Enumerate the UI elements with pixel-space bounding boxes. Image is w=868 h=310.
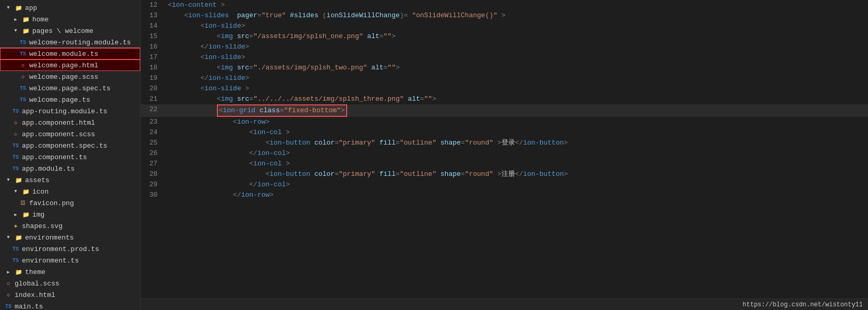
- sidebar-item-welcome-routing[interactable]: TS welcome-routing.module.ts: [0, 37, 140, 48]
- table-row: 28 <ion-button color="primary" fill="out…: [141, 169, 868, 180]
- line-number: 24: [141, 127, 166, 138]
- sidebar-item-app-component-ts[interactable]: TS app.component.ts: [0, 151, 140, 163]
- table-row: 30 </ion-row>: [141, 190, 868, 200]
- ts-file-icon: TS: [19, 96, 27, 104]
- sidebar-item-shapes[interactable]: ◈ shapes.svg: [0, 220, 140, 232]
- sidebar-label-welcome-page-scss: welcome.page.scss: [29, 73, 99, 81]
- sidebar-item-welcome-module[interactable]: TS welcome.module.ts: [0, 48, 140, 59]
- status-bar: https://blog.csdn.net/wistonty11: [141, 299, 868, 310]
- sidebar-item-environments[interactable]: 📁 environments: [0, 232, 140, 243]
- line-code: <ion-slide >: [166, 84, 868, 94]
- sidebar-label-environments: environments: [25, 234, 74, 242]
- chevron-right-icon: [11, 15, 20, 23]
- sidebar-label-app: app: [25, 4, 37, 12]
- sidebar-item-img[interactable]: 📁 img: [0, 209, 140, 220]
- folder-icon: 📁: [22, 27, 30, 35]
- sidebar-label-index-html: index.html: [15, 291, 55, 299]
- sidebar-label-env-ts: environment.ts: [22, 257, 79, 265]
- sidebar-item-app-component-html[interactable]: ◇ app.component.html: [0, 117, 140, 128]
- sidebar-item-index-html[interactable]: ◇ index.html: [0, 289, 140, 301]
- line-number: 15: [141, 31, 166, 42]
- line-code: </ion-slide>: [166, 42, 868, 52]
- table-row: 16 </ion-slide>: [141, 42, 868, 52]
- table-row: 17 <ion-slide>: [141, 52, 868, 63]
- sidebar-item-app-component-scss[interactable]: ◇ app.component.scss: [0, 128, 140, 140]
- sidebar-label-app-component-html: app.component.html: [22, 119, 95, 127]
- sidebar-item-env-ts[interactable]: TS environment.ts: [0, 255, 140, 266]
- sidebar-label-img: img: [32, 211, 44, 219]
- line-code: <ion-grid class="fixed-bottom">: [166, 104, 868, 117]
- table-row: 18 <img src="./assets/img/splsh_two.png"…: [141, 63, 868, 73]
- sidebar-item-welcome-page-scss[interactable]: ◇ welcome.page.scss: [0, 71, 140, 82]
- sidebar-label-app-routing: app-routing.module.ts: [22, 108, 107, 115]
- ts-file-icon: TS: [11, 107, 20, 115]
- chevron-down-icon: [4, 233, 13, 242]
- sidebar-item-home[interactable]: 📁 home: [0, 14, 140, 25]
- sidebar-item-theme[interactable]: 📁 theme: [0, 266, 140, 278]
- sidebar-label-welcome-page-html: welcome.page.html: [29, 62, 99, 69]
- table-row: 26 </ion-col>: [141, 148, 868, 159]
- chevron-right-icon: [4, 268, 13, 276]
- line-code: <ion-content >: [166, 0, 868, 10]
- sidebar-item-main-ts[interactable]: TS main.ts: [0, 301, 140, 310]
- sidebar-label-theme: theme: [25, 268, 45, 276]
- line-number: 29: [141, 180, 166, 190]
- code-area[interactable]: 12 <ion-content > 13 <ion-slides pager="…: [141, 0, 868, 299]
- scss-file-icon: ◇: [11, 130, 20, 138]
- sidebar-item-app[interactable]: 📁 app: [0, 2, 140, 14]
- folder-icon: 📁: [15, 4, 23, 12]
- sidebar-item-assets[interactable]: 📁 assets: [0, 174, 140, 186]
- sidebar-item-welcome-page-spec[interactable]: TS welcome.page.spec.ts: [0, 82, 140, 94]
- sidebar-item-welcome-page-html[interactable]: ◇ welcome.page.html: [0, 59, 140, 71]
- status-url: https://blog.csdn.net/wistonty11: [743, 301, 863, 308]
- sidebar-label-assets: assets: [25, 176, 50, 184]
- sidebar-label-welcome-routing: welcome-routing.module.ts: [29, 39, 131, 46]
- sidebar-item-app-routing[interactable]: TS app-routing.module.ts: [0, 105, 140, 117]
- sidebar-item-favicon[interactable]: 🖼 favicon.png: [0, 197, 140, 209]
- line-number: 18: [141, 63, 166, 73]
- folder-icon: 📁: [22, 187, 30, 196]
- ts-file-icon: TS: [11, 164, 20, 173]
- line-code: </ion-col>: [166, 148, 868, 159]
- sidebar-label-env-prod: environment.prod.ts: [22, 245, 99, 253]
- sidebar-label-home: home: [32, 16, 48, 23]
- line-code: </ion-slide>: [166, 73, 868, 84]
- line-number: 26: [141, 148, 166, 159]
- ts-file-icon: TS: [11, 245, 20, 253]
- file-tree[interactable]: 📁 app 📁 home 📁 pages \ welcome TS welcom…: [0, 0, 141, 310]
- chevron-down-icon: [4, 4, 13, 12]
- line-number: 21: [141, 94, 166, 104]
- table-row: 19 </ion-slide>: [141, 73, 868, 84]
- line-number: 30: [141, 190, 166, 200]
- line-number: 28: [141, 169, 166, 180]
- sidebar-item-env-prod[interactable]: TS environment.prod.ts: [0, 243, 140, 255]
- table-row: 15 <img src="/assets/img/splsh_one.png" …: [141, 31, 868, 42]
- sidebar-item-app-component-spec[interactable]: TS app.component.spec.ts: [0, 140, 140, 151]
- table-row: 12 <ion-content >: [141, 0, 868, 10]
- sidebar-item-global-scss[interactable]: ◇ global.scss: [0, 278, 140, 289]
- line-code: <ion-slide>: [166, 52, 868, 63]
- png-file-icon: 🖼: [19, 199, 27, 207]
- line-number: 27: [141, 159, 166, 169]
- table-row: 27 <ion-col >: [141, 159, 868, 169]
- sidebar-item-icon[interactable]: 📁 icon: [0, 186, 140, 197]
- sidebar-item-pages-welcome[interactable]: 📁 pages \ welcome: [0, 25, 140, 37]
- folder-icon: 📁: [15, 176, 23, 184]
- html-file-icon: ◇: [19, 61, 27, 69]
- line-code: <img src="/assets/img/splsh_one.png" alt…: [166, 31, 868, 42]
- chevron-down-icon: [11, 187, 20, 196]
- sidebar-item-welcome-page-ts[interactable]: TS welcome.page.ts: [0, 94, 140, 105]
- sidebar-label-main-ts: main.ts: [15, 303, 43, 311]
- sidebar-label-shapes: shapes.svg: [22, 222, 63, 230]
- ts-file-icon: TS: [19, 84, 27, 92]
- table-row: 14 <ion-slide>: [141, 21, 868, 31]
- line-code: </ion-col>: [166, 180, 868, 190]
- line-code: <ion-slide>: [166, 21, 868, 31]
- sidebar-label-app-component-ts: app.component.ts: [22, 153, 87, 161]
- scss-file-icon: ◇: [19, 73, 27, 81]
- line-number: 20: [141, 84, 166, 94]
- sidebar-item-app-module[interactable]: TS app.module.ts: [0, 163, 140, 174]
- html-file-icon: ◇: [4, 291, 13, 299]
- scss-file-icon: ◇: [4, 279, 13, 288]
- sidebar-label-app-component-spec: app.component.spec.ts: [22, 142, 107, 150]
